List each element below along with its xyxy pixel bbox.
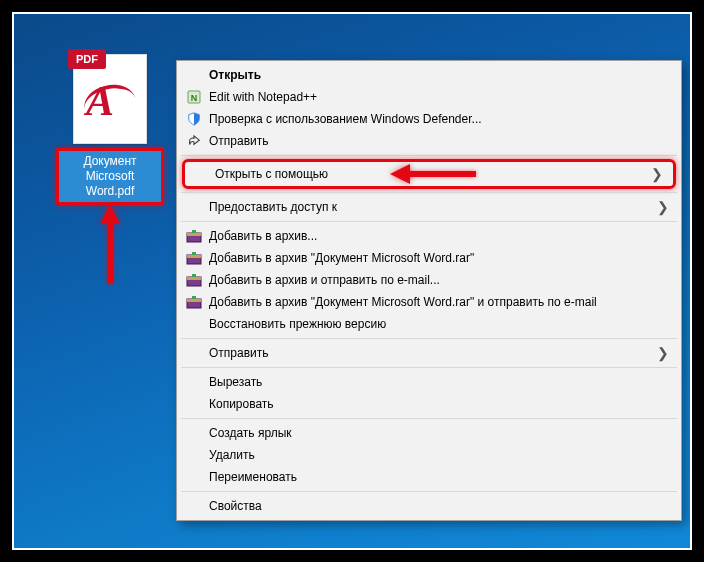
winrar-icon: [185, 228, 203, 244]
submenu-chevron-icon: ❯: [657, 345, 669, 361]
menu-label: Удалить: [203, 448, 655, 462]
menu-separator: [181, 192, 677, 193]
menu-label: Создать ярлык: [203, 426, 655, 440]
blank-icon: [185, 498, 203, 514]
menu-restore-version[interactable]: Восстановить прежнюю версию: [179, 313, 679, 335]
menu-separator: [181, 155, 677, 156]
notepadpp-icon: N: [185, 89, 203, 105]
annotation-arrow-up: [100, 204, 120, 284]
submenu-chevron-icon: ❯: [651, 166, 663, 182]
blank-icon: [185, 447, 203, 463]
svg-rect-10: [192, 274, 196, 277]
adobe-letter-icon: A: [86, 77, 114, 125]
svg-rect-13: [192, 296, 196, 299]
annotation-arrow-left: [406, 164, 496, 184]
menu-open[interactable]: Открыть: [179, 64, 679, 86]
pdf-file-icon: PDF A: [73, 54, 147, 144]
svg-text:N: N: [191, 93, 198, 103]
winrar-icon: [185, 294, 203, 310]
menu-label: Проверка с использованием Windows Defend…: [203, 112, 655, 126]
screenshot-frame: PDF A Документ Microsoft Word.pdf Открыт…: [12, 12, 692, 550]
menu-edit-notepadpp[interactable]: N Edit with Notepad++: [179, 86, 679, 108]
menu-rar-add-named-email[interactable]: Добавить в архив "Документ Microsoft Wor…: [179, 291, 679, 313]
menu-label: Добавить в архив "Документ Microsoft Wor…: [203, 251, 655, 265]
menu-separator: [181, 418, 677, 419]
menu-label: Восстановить прежнюю версию: [203, 317, 655, 331]
menu-grant-access[interactable]: Предоставить доступ к ❯: [179, 196, 679, 218]
menu-send-to[interactable]: Отправить ❯: [179, 342, 679, 364]
svg-rect-4: [192, 230, 196, 233]
menu-rar-add[interactable]: Добавить в архив...: [179, 225, 679, 247]
svg-rect-9: [187, 277, 201, 280]
blank-icon: [185, 199, 203, 215]
menu-label: Отправить: [203, 346, 655, 360]
winrar-icon: [185, 272, 203, 288]
menu-label: Добавить в архив и отправить по e-mail..…: [203, 273, 655, 287]
blank-icon: [185, 396, 203, 412]
blank-icon: [185, 345, 203, 361]
menu-label: Переименовать: [203, 470, 655, 484]
svg-rect-3: [187, 233, 201, 236]
share-icon: [185, 133, 203, 149]
file-name-label: Документ Microsoft Word.pdf: [56, 148, 164, 205]
menu-copy[interactable]: Копировать: [179, 393, 679, 415]
context-menu: Открыть N Edit with Notepad++ Проверка с…: [176, 60, 682, 521]
menu-share[interactable]: Отправить: [179, 130, 679, 152]
menu-delete[interactable]: Удалить: [179, 444, 679, 466]
menu-cut[interactable]: Вырезать: [179, 371, 679, 393]
blank-icon: [185, 316, 203, 332]
menu-label: Предоставить доступ к: [203, 200, 655, 214]
svg-rect-7: [192, 252, 196, 255]
svg-rect-12: [187, 299, 201, 302]
menu-label: Вырезать: [203, 375, 655, 389]
blank-icon: [185, 67, 203, 83]
blank-icon: [185, 425, 203, 441]
shield-icon: [185, 111, 203, 127]
menu-rar-add-named[interactable]: Добавить в архив "Документ Microsoft Wor…: [179, 247, 679, 269]
menu-label: Добавить в архив "Документ Microsoft Wor…: [203, 295, 655, 309]
menu-rename[interactable]: Переименовать: [179, 466, 679, 488]
menu-properties[interactable]: Свойства: [179, 495, 679, 517]
menu-separator: [181, 221, 677, 222]
winrar-icon: [185, 250, 203, 266]
blank-icon: [185, 374, 203, 390]
desktop-file[interactable]: PDF A Документ Microsoft Word.pdf: [56, 54, 164, 205]
menu-label: Добавить в архив...: [203, 229, 655, 243]
menu-label: Отправить: [203, 134, 655, 148]
menu-label: Копировать: [203, 397, 655, 411]
menu-separator: [181, 338, 677, 339]
menu-defender-scan[interactable]: Проверка с использованием Windows Defend…: [179, 108, 679, 130]
blank-icon: [191, 166, 209, 182]
menu-label: Свойства: [203, 499, 655, 513]
menu-rar-add-email[interactable]: Добавить в архив и отправить по e-mail..…: [179, 269, 679, 291]
menu-label: Edit with Notepad++: [203, 90, 655, 104]
svg-rect-6: [187, 255, 201, 258]
menu-label: Открыть: [203, 68, 655, 82]
menu-separator: [181, 367, 677, 368]
menu-create-shortcut[interactable]: Создать ярлык: [179, 422, 679, 444]
menu-separator: [181, 491, 677, 492]
pdf-badge: PDF: [68, 49, 106, 69]
submenu-chevron-icon: ❯: [657, 199, 669, 215]
blank-icon: [185, 469, 203, 485]
